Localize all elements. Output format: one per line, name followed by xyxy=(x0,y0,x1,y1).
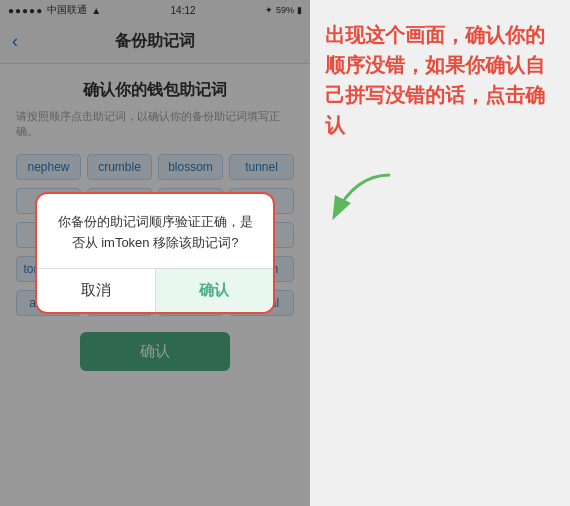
dialog-overlay: 你备份的助记词顺序验证正确，是否从 imToken 移除该助记词? 取消 确认 xyxy=(0,0,310,506)
annotation-text: 出现这个画面，确认你的顺序没错，如果你确认自己拼写没错的话，点击确认 xyxy=(325,20,560,140)
dialog-message: 你备份的助记词顺序验证正确，是否从 imToken 移除该助记词? xyxy=(53,212,257,254)
dialog-content: 你备份的助记词顺序验证正确，是否从 imToken 移除该助记词? xyxy=(37,194,273,268)
dialog-buttons: 取消 确认 xyxy=(37,268,273,312)
dialog-box: 你备份的助记词顺序验证正确，是否从 imToken 移除该助记词? 取消 确认 xyxy=(35,192,275,314)
arrow-icon xyxy=(325,170,405,230)
dialog-confirm-button[interactable]: 确认 xyxy=(156,269,274,312)
arrow-container xyxy=(325,170,405,230)
annotation-panel: 出现这个画面，确认你的顺序没错，如果你确认自己拼写没错的话，点击确认 xyxy=(310,0,570,506)
phone-screen: ●●●●● 中国联通 ▲ 14:12 ✦ 59% ▮ ‹ 备份助记词 确认你的钱… xyxy=(0,0,310,506)
dialog-cancel-button[interactable]: 取消 xyxy=(37,269,156,312)
